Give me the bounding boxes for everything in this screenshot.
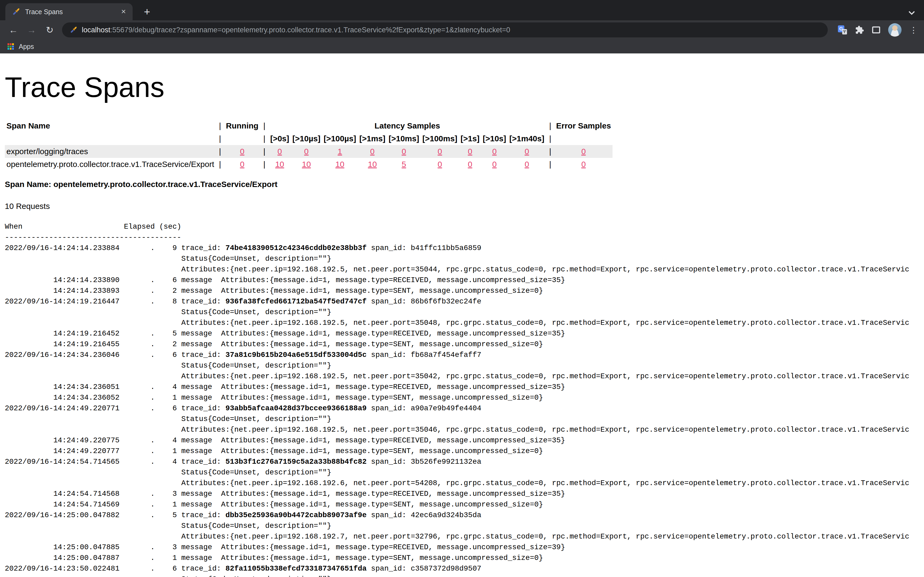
- bucket-label: [>1ms]: [358, 132, 387, 145]
- running-count-link[interactable]: 0: [240, 147, 244, 156]
- tracez-favicon: [69, 26, 78, 34]
- pipe-separator: |: [260, 119, 269, 132]
- extensions-puzzle-icon[interactable]: [855, 25, 864, 34]
- tab-close-icon[interactable]: ×: [119, 7, 128, 16]
- log-line: 2022/09/16-14:25:00.047882 . 5 trace_id:…: [5, 511, 481, 519]
- browser-menu-icon[interactable]: ⋮: [909, 25, 918, 35]
- sample-count-link[interactable]: 0: [525, 160, 529, 169]
- log-line: Attributes:{net.peer.ip=192.168.192.7, n…: [5, 532, 909, 541]
- bucket-label: [>10s]: [481, 132, 508, 145]
- profile-avatar[interactable]: [888, 23, 901, 37]
- trace-id: 82fa11055b338efcd733187347651fda: [225, 564, 367, 573]
- span-name-cell: opentelemetry.proto.collector.trace.v1.T…: [5, 158, 216, 171]
- pipe-separator: |: [260, 145, 269, 158]
- pipe-separator: |: [546, 158, 554, 171]
- page-title: Trace Spans: [5, 71, 924, 103]
- sample-count-link[interactable]: 10: [302, 160, 311, 169]
- sample-count-link[interactable]: 10: [335, 160, 344, 169]
- log-line: 2022/09/16-14:24:19.216447 . 8 trace_id:…: [5, 297, 481, 306]
- sample-count-link[interactable]: 5: [402, 160, 406, 169]
- log-line: 14:24:34.236051 . 4 message Attributes:{…: [5, 383, 565, 391]
- trace-id: 936fa38fcfed661712ba547f5ed747cf: [225, 297, 367, 306]
- tab-search-chevron-down-icon[interactable]: [908, 8, 916, 18]
- toolbar-icons: G ⋮: [830, 23, 918, 37]
- tab-title: Trace Spans: [25, 8, 119, 16]
- sample-count-link[interactable]: 0: [438, 160, 442, 169]
- sample-count-link[interactable]: 0: [278, 147, 282, 156]
- log-line: ----------------------------------------: [5, 233, 181, 242]
- sample-count-link[interactable]: 0: [525, 147, 529, 156]
- url-host: localhost: [82, 26, 110, 34]
- log-line: Attributes:{net.peer.ip=192.168.192.6, n…: [5, 479, 909, 487]
- log-line: 14:24:19.216452 . 5 message Attributes:{…: [5, 329, 565, 338]
- pipe-separator: |: [216, 132, 224, 145]
- pipe-separator: |: [546, 145, 554, 158]
- tab-strip: Trace Spans × +: [0, 0, 924, 20]
- browser-window: Trace Spans × + ← → ↻ localhost: [0, 0, 924, 577]
- log-line: Attributes:{net.peer.ip=192.168.192.5, n…: [5, 425, 909, 434]
- sample-count-link[interactable]: 0: [492, 147, 497, 156]
- log-line: Status{Code=Unset, description=""}: [5, 415, 331, 423]
- table-row: opentelemetry.proto.collector.trace.v1.T…: [5, 158, 612, 171]
- pipe-separator: |: [546, 119, 554, 132]
- log-line: 2022/09/16-14:24:34.236046 . 6 trace_id:…: [5, 351, 481, 359]
- log-line: 14:25:00.047887 . 1 message Attributes:{…: [5, 554, 543, 562]
- reload-icon[interactable]: ↻: [43, 23, 57, 37]
- translate-icon[interactable]: G: [838, 25, 847, 34]
- summary-header-row: Span Name | Running | Latency Samples | …: [5, 119, 612, 132]
- back-icon[interactable]: ←: [6, 23, 20, 37]
- apps-shortcut[interactable]: Apps: [19, 43, 34, 50]
- log-line: Status{Code=Unset, description=""}: [5, 522, 331, 530]
- side-panel-icon[interactable]: [872, 26, 880, 34]
- sample-count-link[interactable]: 0: [468, 160, 472, 169]
- sample-count-link[interactable]: 0: [370, 147, 375, 156]
- log-line: 14:24:54.714569 . 1 message Attributes:{…: [5, 500, 543, 509]
- running-count-link[interactable]: 0: [240, 160, 244, 169]
- sample-count-link[interactable]: 0: [438, 147, 442, 156]
- sample-count-link[interactable]: 0: [402, 147, 406, 156]
- sample-count-link[interactable]: 10: [368, 160, 377, 169]
- col-running: Running: [224, 119, 260, 132]
- bucket-label: [>10ms]: [387, 132, 420, 145]
- log-line: 2022/09/16-14:24:54.714565 . 4 trace_id:…: [5, 458, 481, 466]
- col-error-samples: Error Samples: [554, 119, 612, 132]
- pipe-separator: |: [546, 132, 554, 145]
- log-line: 14:24:14.233893 . 2 message Attributes:{…: [5, 287, 543, 295]
- sample-count-link[interactable]: 0: [468, 147, 472, 156]
- bucket-label: [>1m40s]: [508, 132, 546, 145]
- span-name-cell: exporter/logging/traces: [5, 145, 216, 158]
- bucket-label: [>100µs]: [322, 132, 358, 145]
- span-summary-table: Span Name | Running | Latency Samples | …: [5, 119, 612, 171]
- table-row: exporter/logging/traces | 0 | 0 0 1 0 0 …: [5, 145, 612, 158]
- error-count-link[interactable]: 0: [581, 147, 586, 156]
- new-tab-button[interactable]: +: [140, 5, 154, 19]
- tab-trace-spans[interactable]: Trace Spans ×: [5, 3, 132, 20]
- requests-count: 10 Requests: [5, 201, 924, 211]
- pipe-separator: |: [260, 132, 269, 145]
- log-line: Status{Code=Unset, description=""}: [5, 361, 331, 370]
- sample-count-link[interactable]: 1: [338, 147, 342, 156]
- address-bar[interactable]: localhost:55679/debug/tracez?zspanname=o…: [62, 23, 828, 37]
- log-line: Status{Code=Unset, description=""}: [5, 468, 331, 477]
- log-line: Status{Code=Unset, description=""}: [5, 575, 331, 577]
- span-detail-heading: Span Name: opentelemetry.proto.collector…: [5, 180, 924, 189]
- error-count-link[interactable]: 0: [581, 160, 586, 169]
- pipe-separator: |: [216, 119, 224, 132]
- log-line: Status{Code=Unset, description=""}: [5, 255, 331, 263]
- col-latency-samples: Latency Samples: [269, 119, 546, 132]
- log-line: 2022/09/16-14:23:50.022481 . 6 trace_id:…: [5, 564, 481, 573]
- log-line: 14:24:49.220777 . 1 message Attributes:{…: [5, 447, 543, 455]
- trace-id: dbb35e25936a90b4472cabb89073af9e: [225, 511, 367, 519]
- log-line: Attributes:{net.peer.ip=192.168.192.5, n…: [5, 319, 909, 327]
- sample-count-link[interactable]: 10: [275, 160, 284, 169]
- pipe-separator: |: [216, 145, 224, 158]
- sample-count-link[interactable]: 0: [492, 160, 497, 169]
- forward-icon[interactable]: →: [24, 23, 39, 37]
- bucket-label: [>0s]: [269, 132, 291, 145]
- sample-count-link[interactable]: 0: [304, 147, 309, 156]
- browser-toolbar: ← → ↻ localhost:55679/debug/tracez?zspan…: [0, 20, 924, 40]
- trace-id: 93abb5afcaa0428d37bccee9366188a9: [225, 404, 367, 413]
- trace-id: 74be418390512c42346cddb02e38bb3f: [225, 244, 367, 252]
- log-line: 14:24:34.236052 . 1 message Attributes:{…: [5, 393, 543, 402]
- log-line: 2022/09/16-14:24:14.233884 . 9 trace_id:…: [5, 244, 481, 252]
